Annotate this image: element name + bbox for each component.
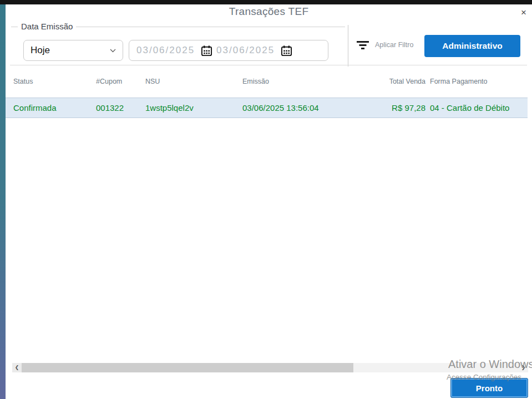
date-end-input[interactable]: 03/06/2025 <box>216 45 275 56</box>
cell-forma-pagamento: 04 - Cartão de Débito <box>425 103 528 112</box>
date-range-input[interactable]: 03/06/2025 03/06/2025 <box>129 40 328 61</box>
dialog-title: Transações TEF <box>6 6 532 18</box>
desktop-edge-strip <box>0 4 6 399</box>
scroll-left-button[interactable]: ❮ <box>12 363 22 372</box>
horizontal-scrollbar[interactable]: ❮ ❯ <box>12 363 528 372</box>
tef-transactions-dialog: Transações TEF × Data Emissão Hoje 03/06… <box>6 4 532 399</box>
cell-nsu: 1wstp5lqel2v <box>145 103 242 112</box>
cell-total-venda: R$ 97,28 <box>381 103 425 112</box>
chevron-down-icon <box>110 49 116 53</box>
period-select[interactable]: Hoje <box>23 40 123 61</box>
calendar-icon[interactable] <box>281 45 292 57</box>
column-header-cupom[interactable]: #Cupom <box>96 78 145 85</box>
filter-table-separator <box>10 65 527 65</box>
fieldset-legend: Data Emissão <box>18 22 76 31</box>
scrollbar-thumb[interactable] <box>22 363 353 372</box>
scroll-left-icon: ❮ <box>15 365 19 370</box>
cell-status: Confirmada <box>13 103 96 112</box>
calendar-icon[interactable] <box>201 45 212 57</box>
cell-cupom: 001322 <box>96 103 145 112</box>
apply-filter-label: Aplicar Filtro <box>375 41 413 49</box>
date-start-input[interactable]: 03/06/2025 <box>136 45 195 56</box>
screen: Transações TEF × Data Emissão Hoje 03/06… <box>0 0 532 399</box>
column-header-nsu[interactable]: NSU <box>145 78 242 85</box>
table-row[interactable]: Confirmada 001322 1wstp5lqel2v 03/06/202… <box>6 98 528 118</box>
close-icon: × <box>521 7 526 18</box>
table-header: Status #Cupom NSU Emissão Total Venda Fo… <box>6 75 528 88</box>
scroll-right-icon: ❯ <box>521 365 526 370</box>
vertical-divider <box>348 25 348 66</box>
pronto-button[interactable]: Pronto <box>450 378 528 398</box>
filter-icon <box>357 41 369 49</box>
column-header-forma-pagamento[interactable]: Forma Pagamento <box>425 78 528 85</box>
scroll-right-button[interactable]: ❯ <box>519 363 528 372</box>
administrativo-button[interactable]: Administrativo <box>424 35 520 57</box>
column-header-emissao[interactable]: Emissão <box>242 78 381 85</box>
window-top-border <box>0 0 532 4</box>
column-header-total-venda[interactable]: Total Venda <box>381 78 425 85</box>
column-header-status[interactable]: Status <box>13 78 96 85</box>
cell-emissao: 03/06/2025 13:56:04 <box>242 103 381 112</box>
close-button[interactable]: × <box>518 7 530 19</box>
apply-filter-button[interactable]: Aplicar Filtro <box>357 37 413 53</box>
period-select-value: Hoje <box>31 45 110 56</box>
